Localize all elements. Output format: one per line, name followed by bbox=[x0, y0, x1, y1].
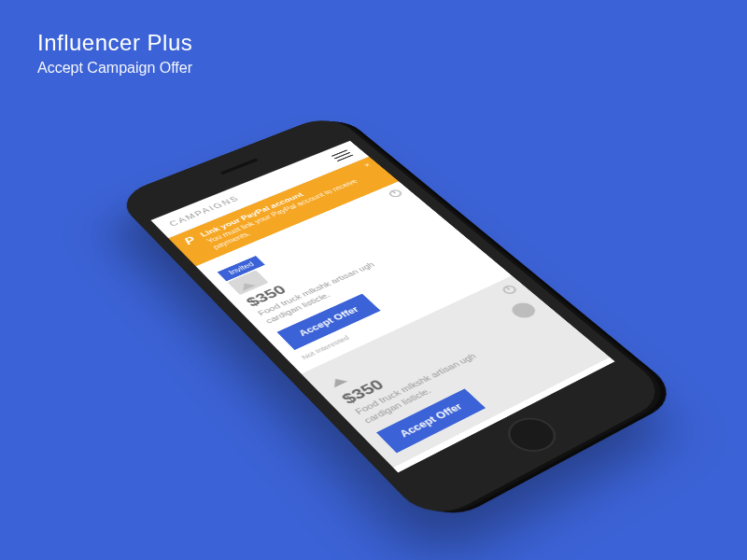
campaign-thumbnail bbox=[320, 362, 364, 390]
campaign-price: $350 bbox=[338, 302, 543, 407]
accept-offer-button[interactable]: Accept Offer bbox=[376, 389, 486, 454]
page-header: Influencer Plus Accept Campaign Offer bbox=[37, 30, 192, 77]
clock-icon bbox=[500, 284, 519, 296]
campaign-description: Food truck mlkshk artisan ugh cardigan l… bbox=[352, 335, 521, 426]
home-button[interactable] bbox=[499, 412, 566, 458]
campaign-card: $350 Food truck mlkshk artisan ugh cardi… bbox=[301, 275, 610, 468]
page-title: Influencer Plus bbox=[37, 30, 192, 56]
clock-icon bbox=[387, 189, 403, 199]
accept-offer-button[interactable]: Accept Offer bbox=[276, 293, 380, 349]
phone-speaker bbox=[220, 158, 260, 175]
menu-icon[interactable] bbox=[331, 149, 353, 161]
phone-mock: CAMPAIGNS P Link your PayPal account You… bbox=[114, 113, 673, 525]
paypal-icon: P bbox=[182, 235, 198, 246]
page-subtitle: Accept Campaign Offer bbox=[37, 60, 192, 77]
avatar bbox=[507, 300, 539, 320]
